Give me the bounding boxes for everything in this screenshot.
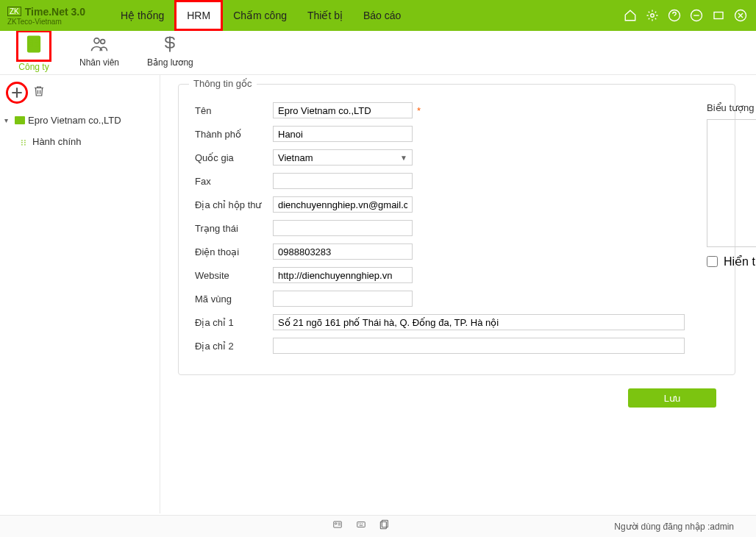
input-dia-chi-1[interactable]	[273, 314, 685, 330]
ribbon-label: Bảng lương	[147, 57, 193, 68]
tree-child-label: Hành chính	[32, 136, 82, 147]
svg-rect-8	[29, 43, 32, 46]
delete-button[interactable]	[32, 85, 46, 101]
main-menu: Hệ thống HRM Chấm công Thiết bị Báo cáo	[110, 0, 411, 31]
menu-cham-cong[interactable]: Chấm công	[223, 0, 297, 31]
brand-subtitle: ZKTeco-Vietnam	[7, 18, 93, 26]
svg-rect-16	[382, 520, 388, 527]
input-email[interactable]	[273, 196, 413, 213]
ribbon-label: Nhân viên	[79, 57, 119, 68]
input-trang-thai[interactable]	[273, 220, 413, 236]
label-fax: Fax	[195, 176, 273, 187]
label-quoc-gia: Quốc gia	[195, 152, 273, 163]
label-bieu-tuong: Biểu tượng (270*145)	[707, 102, 756, 113]
people-icon	[88, 34, 110, 54]
help-icon[interactable]	[666, 7, 682, 24]
footer-card-icon[interactable]	[331, 519, 344, 533]
svg-rect-14	[357, 522, 365, 527]
svg-point-11	[101, 40, 105, 44]
label-dien-thoai: Điện thoại	[195, 246, 273, 257]
input-ten[interactable]	[273, 102, 413, 118]
login-status: Người dùng đăng nhập :admin	[614, 522, 734, 532]
svg-rect-9	[35, 43, 38, 46]
ribbon-label: Công ty	[18, 62, 49, 72]
form-group: Thông tin gốc Tên * Thành phố Quốc gia	[178, 84, 735, 375]
label-dia-chi-1: Địa chỉ 1	[195, 317, 273, 328]
menu-hrm[interactable]: HRM	[176, 2, 221, 29]
label-email: Địa chỉ hộp thư	[195, 199, 273, 210]
input-dia-chi-2[interactable]	[273, 338, 685, 354]
tree-root-label: Epro Vietnam co.,LTD	[28, 115, 121, 126]
org-node-icon: ⁝⁝	[21, 138, 29, 146]
dollar-icon	[159, 34, 181, 54]
svg-point-0	[651, 14, 655, 18]
footer-keyboard-icon[interactable]	[354, 519, 368, 533]
collapse-icon[interactable]: ▾	[4, 116, 12, 124]
label-website: Website	[195, 270, 273, 281]
menu-bao-cao[interactable]: Báo cáo	[353, 0, 411, 31]
required-mark: *	[417, 105, 421, 116]
label-trang-thai: Trạng thái	[195, 223, 273, 234]
svg-rect-15	[380, 522, 386, 528]
close-icon[interactable]	[732, 7, 749, 24]
svg-point-13	[335, 523, 337, 524]
menu-thiet-bi[interactable]: Thiết bị	[297, 0, 353, 31]
group-title: Thông tin gốc	[189, 78, 257, 89]
top-menu-bar: ZK Time.Net 3.0 ZKTeco-Vietnam Hệ thống …	[0, 0, 756, 31]
ribbon-nhan-vien[interactable]: Nhân viên	[76, 30, 122, 74]
input-fax[interactable]	[273, 173, 413, 189]
ribbon-cong-ty[interactable]: Công ty	[13, 30, 54, 74]
minimize-icon[interactable]	[688, 7, 705, 24]
save-button[interactable]: Lưu	[628, 388, 716, 408]
menu-he-thong[interactable]: Hệ thống	[110, 0, 174, 31]
footer-bar: Người dùng đăng nhập :admin	[0, 515, 756, 537]
svg-rect-3	[714, 13, 723, 19]
highlight-company	[16, 30, 51, 62]
select-quoc-gia[interactable]: Vietnam ▼	[273, 149, 413, 166]
sub-ribbon: Công ty Nhân viên Bảng lương	[0, 31, 756, 75]
input-ma-vung[interactable]	[273, 291, 413, 307]
brand-title: Time.Net 3.0	[25, 6, 85, 18]
tree-panel: ▾ Epro Vietnam co.,LTD ⁝⁝ Hành chính	[0, 75, 160, 513]
label-ma-vung: Mã vùng	[195, 294, 273, 305]
svg-rect-6	[29, 39, 32, 42]
label-thanh-pho: Thành phố	[195, 129, 273, 140]
image-placeholder: Không có dữ liệu ảnh	[707, 119, 756, 247]
label-hien-thi-bao-cao: Hiển thị báo cáo	[724, 255, 756, 268]
footer-copy-icon[interactable]	[378, 519, 390, 533]
company-icon	[15, 116, 25, 124]
building-icon	[23, 34, 45, 54]
maximize-icon[interactable]	[710, 7, 727, 24]
trash-icon	[32, 85, 46, 98]
label-ten: Tên	[195, 105, 273, 116]
svg-point-10	[94, 38, 99, 43]
ribbon-bang-luong[interactable]: Bảng lương	[144, 30, 196, 74]
brand-block: ZK Time.Net 3.0 ZKTeco-Vietnam	[7, 6, 110, 26]
input-dien-thoai[interactable]	[273, 243, 413, 260]
tree-child-row[interactable]: ⁝⁝ Hành chính	[4, 135, 155, 149]
tree-toolbar	[4, 79, 155, 107]
home-icon[interactable]	[622, 7, 638, 24]
chevron-down-icon: ▼	[400, 154, 407, 162]
input-thanh-pho[interactable]	[273, 126, 413, 142]
checkbox-hien-thi-bao-cao[interactable]	[707, 256, 718, 267]
add-button[interactable]	[6, 82, 28, 104]
company-tree: ▾ Epro Vietnam co.,LTD ⁝⁝ Hành chính	[4, 107, 155, 149]
tree-root-row[interactable]: ▾ Epro Vietnam co.,LTD	[4, 113, 155, 127]
highlight-hrm: HRM	[174, 0, 223, 31]
gear-icon[interactable]	[644, 7, 660, 24]
svg-rect-12	[334, 522, 342, 527]
label-dia-chi-2: Địa chỉ 2	[195, 341, 273, 352]
login-label: Người dùng đăng nhập :	[614, 522, 710, 532]
main-panel: Thông tin gốc Tên * Thành phố Quốc gia	[160, 75, 756, 513]
svg-rect-7	[35, 39, 38, 42]
plus-icon	[10, 85, 24, 100]
login-user: admin	[710, 522, 734, 532]
brand-badge: ZK	[7, 7, 21, 16]
input-website[interactable]	[273, 267, 413, 283]
select-value: Vietnam	[278, 152, 313, 163]
